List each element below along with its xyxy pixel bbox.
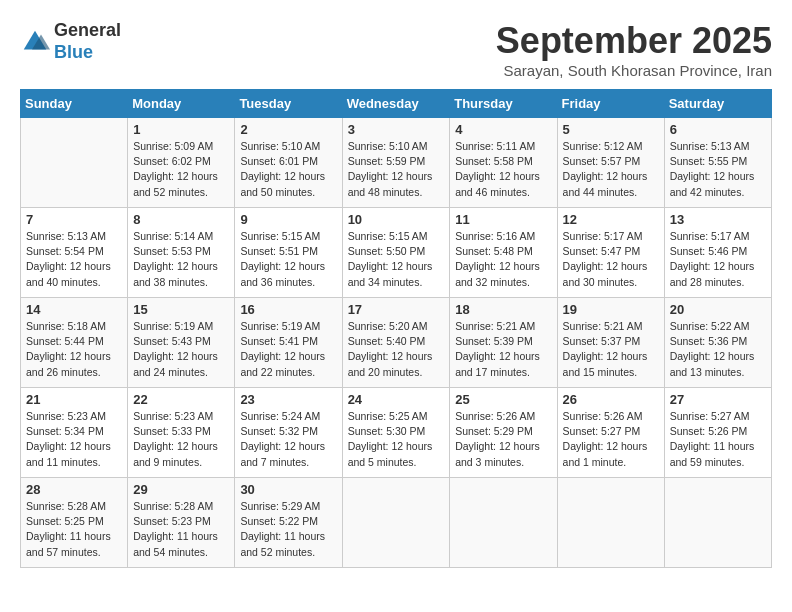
page-header: GeneralBlue September 2025 Sarayan, Sout… [20,20,772,79]
day-info: Sunrise: 5:09 AMSunset: 6:02 PMDaylight:… [133,139,229,200]
day-cell [450,478,557,568]
logo: GeneralBlue [20,20,121,63]
day-info: Sunrise: 5:18 AMSunset: 5:44 PMDaylight:… [26,319,122,380]
day-number: 19 [563,302,659,317]
day-number: 15 [133,302,229,317]
day-cell: 12Sunrise: 5:17 AMSunset: 5:47 PMDayligh… [557,208,664,298]
day-cell: 18Sunrise: 5:21 AMSunset: 5:39 PMDayligh… [450,298,557,388]
day-number: 30 [240,482,336,497]
day-cell [21,118,128,208]
day-info: Sunrise: 5:10 AMSunset: 5:59 PMDaylight:… [348,139,445,200]
day-info: Sunrise: 5:17 AMSunset: 5:47 PMDaylight:… [563,229,659,290]
day-info: Sunrise: 5:25 AMSunset: 5:30 PMDaylight:… [348,409,445,470]
day-cell: 17Sunrise: 5:20 AMSunset: 5:40 PMDayligh… [342,298,450,388]
weekday-header-thursday: Thursday [450,90,557,118]
day-cell: 4Sunrise: 5:11 AMSunset: 5:58 PMDaylight… [450,118,557,208]
title-block: September 2025 Sarayan, South Khorasan P… [496,20,772,79]
day-number: 7 [26,212,122,227]
day-cell: 28Sunrise: 5:28 AMSunset: 5:25 PMDayligh… [21,478,128,568]
day-info: Sunrise: 5:19 AMSunset: 5:41 PMDaylight:… [240,319,336,380]
day-info: Sunrise: 5:21 AMSunset: 5:39 PMDaylight:… [455,319,551,380]
day-info: Sunrise: 5:13 AMSunset: 5:54 PMDaylight:… [26,229,122,290]
day-cell: 29Sunrise: 5:28 AMSunset: 5:23 PMDayligh… [128,478,235,568]
day-info: Sunrise: 5:11 AMSunset: 5:58 PMDaylight:… [455,139,551,200]
week-row-4: 21Sunrise: 5:23 AMSunset: 5:34 PMDayligh… [21,388,772,478]
day-number: 8 [133,212,229,227]
location: Sarayan, South Khorasan Province, Iran [496,62,772,79]
day-number: 12 [563,212,659,227]
logo-text: GeneralBlue [54,20,121,63]
day-number: 26 [563,392,659,407]
day-number: 29 [133,482,229,497]
day-cell [664,478,771,568]
day-info: Sunrise: 5:29 AMSunset: 5:22 PMDaylight:… [240,499,336,560]
weekday-header-row: SundayMondayTuesdayWednesdayThursdayFrid… [21,90,772,118]
day-number: 23 [240,392,336,407]
calendar-table: SundayMondayTuesdayWednesdayThursdayFrid… [20,89,772,568]
day-cell: 6Sunrise: 5:13 AMSunset: 5:55 PMDaylight… [664,118,771,208]
day-info: Sunrise: 5:26 AMSunset: 5:27 PMDaylight:… [563,409,659,470]
week-row-2: 7Sunrise: 5:13 AMSunset: 5:54 PMDaylight… [21,208,772,298]
day-cell: 21Sunrise: 5:23 AMSunset: 5:34 PMDayligh… [21,388,128,478]
week-row-5: 28Sunrise: 5:28 AMSunset: 5:25 PMDayligh… [21,478,772,568]
day-number: 10 [348,212,445,227]
day-info: Sunrise: 5:14 AMSunset: 5:53 PMDaylight:… [133,229,229,290]
day-cell: 15Sunrise: 5:19 AMSunset: 5:43 PMDayligh… [128,298,235,388]
day-cell: 10Sunrise: 5:15 AMSunset: 5:50 PMDayligh… [342,208,450,298]
day-cell: 13Sunrise: 5:17 AMSunset: 5:46 PMDayligh… [664,208,771,298]
day-info: Sunrise: 5:15 AMSunset: 5:50 PMDaylight:… [348,229,445,290]
day-cell: 24Sunrise: 5:25 AMSunset: 5:30 PMDayligh… [342,388,450,478]
day-number: 13 [670,212,766,227]
day-number: 4 [455,122,551,137]
day-info: Sunrise: 5:10 AMSunset: 6:01 PMDaylight:… [240,139,336,200]
day-number: 18 [455,302,551,317]
day-info: Sunrise: 5:23 AMSunset: 5:34 PMDaylight:… [26,409,122,470]
weekday-header-monday: Monday [128,90,235,118]
day-cell: 30Sunrise: 5:29 AMSunset: 5:22 PMDayligh… [235,478,342,568]
day-number: 1 [133,122,229,137]
day-number: 6 [670,122,766,137]
day-cell: 22Sunrise: 5:23 AMSunset: 5:33 PMDayligh… [128,388,235,478]
day-number: 2 [240,122,336,137]
day-cell: 3Sunrise: 5:10 AMSunset: 5:59 PMDaylight… [342,118,450,208]
month-title: September 2025 [496,20,772,62]
day-number: 24 [348,392,445,407]
day-number: 22 [133,392,229,407]
day-info: Sunrise: 5:23 AMSunset: 5:33 PMDaylight:… [133,409,229,470]
day-number: 5 [563,122,659,137]
day-info: Sunrise: 5:12 AMSunset: 5:57 PMDaylight:… [563,139,659,200]
day-cell [342,478,450,568]
weekday-header-wednesday: Wednesday [342,90,450,118]
weekday-header-saturday: Saturday [664,90,771,118]
day-number: 17 [348,302,445,317]
day-number: 3 [348,122,445,137]
day-number: 11 [455,212,551,227]
day-cell [557,478,664,568]
logo-icon [20,27,50,57]
day-info: Sunrise: 5:27 AMSunset: 5:26 PMDaylight:… [670,409,766,470]
day-cell: 8Sunrise: 5:14 AMSunset: 5:53 PMDaylight… [128,208,235,298]
day-number: 14 [26,302,122,317]
day-number: 9 [240,212,336,227]
day-cell: 7Sunrise: 5:13 AMSunset: 5:54 PMDaylight… [21,208,128,298]
day-info: Sunrise: 5:28 AMSunset: 5:25 PMDaylight:… [26,499,122,560]
day-cell: 27Sunrise: 5:27 AMSunset: 5:26 PMDayligh… [664,388,771,478]
day-info: Sunrise: 5:24 AMSunset: 5:32 PMDaylight:… [240,409,336,470]
day-cell: 25Sunrise: 5:26 AMSunset: 5:29 PMDayligh… [450,388,557,478]
day-cell: 11Sunrise: 5:16 AMSunset: 5:48 PMDayligh… [450,208,557,298]
day-cell: 9Sunrise: 5:15 AMSunset: 5:51 PMDaylight… [235,208,342,298]
day-info: Sunrise: 5:28 AMSunset: 5:23 PMDaylight:… [133,499,229,560]
day-number: 25 [455,392,551,407]
day-info: Sunrise: 5:15 AMSunset: 5:51 PMDaylight:… [240,229,336,290]
day-number: 28 [26,482,122,497]
week-row-3: 14Sunrise: 5:18 AMSunset: 5:44 PMDayligh… [21,298,772,388]
day-info: Sunrise: 5:22 AMSunset: 5:36 PMDaylight:… [670,319,766,380]
day-number: 16 [240,302,336,317]
day-number: 21 [26,392,122,407]
day-cell: 5Sunrise: 5:12 AMSunset: 5:57 PMDaylight… [557,118,664,208]
weekday-header-friday: Friday [557,90,664,118]
day-cell: 1Sunrise: 5:09 AMSunset: 6:02 PMDaylight… [128,118,235,208]
weekday-header-sunday: Sunday [21,90,128,118]
day-number: 27 [670,392,766,407]
day-info: Sunrise: 5:26 AMSunset: 5:29 PMDaylight:… [455,409,551,470]
